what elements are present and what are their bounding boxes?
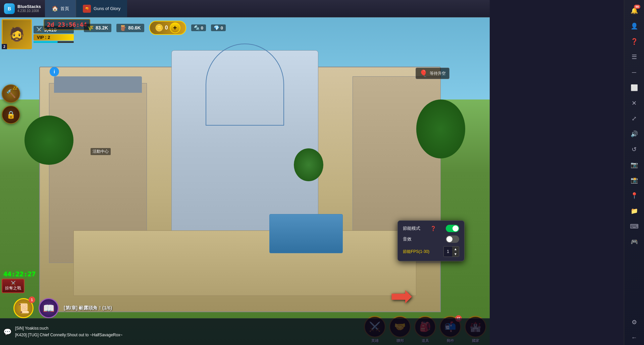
energy-mode-row: 節能模式 ❓ [403, 225, 459, 232]
right-sidebar: 🔔98 👤 ❓ ☰ ─ ⬜ ✕ ⤢ 🔊 ↺ 📷 📸 📍 📁 ⌨ 🎮 ⚙ ← [624, 0, 644, 345]
energy-mode-knob [452, 225, 459, 231]
energy-mode-label: 節能模式 [403, 225, 420, 231]
timer-value: 2d 23:56:44 [47, 21, 87, 28]
wood-icon: 🪵 [120, 25, 126, 31]
res1-resource: 🔩 0 [191, 24, 206, 31]
fps-stepper: 1 ▲ ▼ [443, 246, 459, 257]
bluestacks-logo-text: BlueStacks 4.230.10.1008 [17, 4, 41, 13]
vip-bar[interactable]: VIP : 2 [34, 34, 74, 41]
exp-bar [34, 41, 58, 43]
gold-resource: 🪙 0 + [149, 21, 186, 35]
game-tab-icon: 🔫 [83, 5, 91, 13]
info-button[interactable]: i [50, 67, 59, 76]
fullscreen-button[interactable]: ⤢ [627, 111, 642, 126]
left-tools: 🔨 ZZ 🔒 [2, 84, 20, 124]
camera-button[interactable]: 📷 [627, 157, 642, 172]
add-gold-button[interactable]: + [170, 22, 180, 33]
location-button[interactable]: 📍 [627, 188, 642, 203]
wood-value: 80.6K [128, 25, 141, 30]
red-arrow: ➡ [390, 280, 413, 312]
fps-value: 1 [444, 249, 452, 255]
volume-button[interactable]: 🔊 [627, 127, 642, 141]
rotate-button[interactable]: ↺ [627, 142, 642, 157]
bluestacks-bar: B BlueStacks 4.230.10.1008 🏠 首頁 🔫 Guns o… [0, 0, 490, 17]
scramble-label: 掠奪之戰 [5, 286, 21, 290]
fps-decrement-button[interactable]: ▼ [452, 252, 459, 257]
account-button[interactable]: 👤 [627, 19, 642, 33]
close-button[interactable]: ✕ [627, 96, 642, 111]
combat-icon: ⚔️ [36, 27, 42, 32]
sound-row: 音效 [403, 235, 459, 243]
screenshot-button[interactable]: 📸 [627, 173, 642, 188]
res2-value: 0 [221, 25, 223, 30]
food-value: 83.2K [96, 25, 108, 30]
timer-box: 2d 23:56:44 [44, 19, 90, 30]
activity-label: 活動中心 [91, 148, 111, 155]
keyboard-button[interactable]: ⌨ [627, 219, 642, 234]
minimize-button[interactable]: ─ [627, 65, 642, 80]
energy-saving-popup: 節能模式 ❓ 音效 節能FPS(1-30) 1 ▲ ▼ [397, 220, 465, 261]
quest-text: [第I章] 嶄露頭角！(1/6) [64, 305, 112, 311]
res2-icon: 💎 [214, 25, 219, 30]
chat-message-1: [SiN] Yoakiss:ouch [15, 325, 486, 332]
chat-icon: 💬 [3, 328, 12, 336]
res1-icon: 🔩 [194, 25, 200, 30]
game-viewport: 🧔 2 ⚔️ 9,418 VIP : 2 2d 23:56:44 i [0, 17, 490, 345]
home-tab[interactable]: 🏠 首頁 [45, 0, 76, 17]
quest-book-button[interactable]: 📖 [39, 298, 59, 318]
quest-badge: 1 [29, 296, 35, 303]
fps-row: 節能FPS(1-30) 1 ▲ ▼ [403, 246, 459, 257]
sound-toggle[interactable] [446, 235, 459, 243]
food-resource: 🌾 83.2K [84, 24, 111, 32]
chat-message-2: [K420] [TUG] Chief Connelly:Shout out to… [15, 332, 486, 338]
chat-area: 💬 [SiN] Yoakiss:ouch [K420] [TUG] Chief … [0, 318, 490, 345]
res2-resource: 💎 0 [211, 24, 226, 31]
exp-bar-container [34, 41, 74, 43]
folder-button[interactable]: 📁 [627, 204, 642, 218]
scramble-button[interactable]: ⚔️ 掠奪之戰 [2, 279, 24, 293]
energy-mode-help[interactable]: ❓ [430, 226, 436, 231]
airship-icon: 🎈 [419, 69, 428, 77]
lock-button[interactable]: 🔒 [2, 106, 20, 124]
bottom-timer: 44:22:27 [3, 270, 36, 278]
bluestacks-logo-icon: B [4, 3, 15, 14]
fps-label: 節能FPS(1-30) [403, 249, 429, 255]
bluestacks-logo: B BlueStacks 4.230.10.1008 [0, 3, 45, 14]
wood-resource: 🪵 80.6K [116, 24, 144, 32]
sound-knob [446, 236, 452, 242]
restore-button[interactable]: ⬜ [627, 80, 642, 95]
sleep-button[interactable]: 🔨 ZZ [2, 84, 20, 103]
gold-value: 0 [165, 25, 168, 31]
sound-label: 音效 [403, 236, 412, 242]
notification-button[interactable]: 🔔98 [627, 3, 642, 18]
notification-badge: 98 [634, 5, 640, 9]
res1-value: 0 [201, 25, 203, 30]
quest-area: 📜 1 📖 [第I章] 嶄露頭角！(1/6) [13, 298, 112, 318]
scramble-icon: ⚔️ [11, 281, 16, 285]
player-level: 2 [2, 44, 7, 49]
menu-button[interactable]: ☰ [627, 50, 642, 64]
fps-increment-button[interactable]: ▲ [452, 247, 459, 252]
resources-bar: 🌾 83.2K 🪵 80.6K 🪙 0 + 🔩 0 💎 0 [84, 21, 470, 35]
game-tab[interactable]: 🔫 Guns of Glory [76, 0, 127, 17]
airship-waiting[interactable]: 🎈 等待升空 [416, 68, 449, 79]
airship-label: 等待升空 [430, 71, 446, 76]
gold-coin-icon: 🪙 [155, 24, 163, 32]
gamepad-button[interactable]: 🎮 [627, 234, 642, 249]
quest-scroll-wrap: 📜 1 [13, 298, 34, 318]
food-icon: 🌾 [87, 25, 94, 31]
back-button[interactable]: ← [627, 330, 642, 345]
chat-messages: [SiN] Yoakiss:ouch [K420] [TUG] Chief Co… [15, 325, 486, 338]
energy-mode-toggle[interactable] [446, 225, 459, 232]
game-ui: 🧔 2 ⚔️ 9,418 VIP : 2 2d 23:56:44 i [0, 17, 490, 345]
settings-button[interactable]: ⚙ [627, 315, 642, 330]
help-button[interactable]: ❓ [627, 34, 642, 49]
home-icon: 🏠 [52, 5, 58, 12]
